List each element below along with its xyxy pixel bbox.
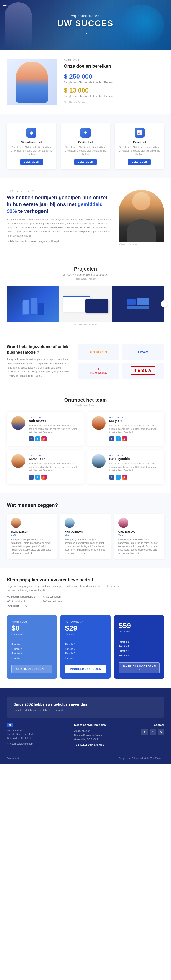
footer-social-title: sociaal bbox=[141, 723, 164, 727]
price-label-personal: persoonlijk bbox=[65, 620, 106, 623]
price-feature-pro-2: Functie 2 bbox=[119, 644, 160, 649]
instagram-icon-nat[interactable]: ◉ bbox=[122, 474, 127, 479]
footer-twitter-icon[interactable]: t bbox=[150, 729, 156, 735]
projects-img-label: Afbeeldingen van Freepik bbox=[7, 323, 164, 326]
svg-rect-7 bbox=[126, 306, 149, 310]
price-period-personal: Per maand bbox=[65, 633, 106, 635]
person-face bbox=[132, 192, 150, 210]
footer-copyright: Sample text. bbox=[7, 757, 19, 760]
team-card-bob: DIRECTEUR Bob Brown Sample text. Click t… bbox=[7, 412, 84, 446]
footer-contact: Neem contact met ons 20000 Mission, Samp… bbox=[74, 723, 134, 746]
price-btn-personal[interactable]: Probeer Jaarlijks bbox=[65, 665, 106, 673]
projects-carousel bbox=[7, 286, 164, 322]
team-role-bob: DIRECTEUR bbox=[29, 416, 79, 418]
test-title-olga: CEO bbox=[118, 534, 160, 536]
hero-section: ☰ wij construeren UW SUCCES → bbox=[0, 0, 171, 50]
goals-section: OVER ONS Onze doelen bereiken $ 250 000 … bbox=[0, 50, 171, 114]
team-desc-sarah: Sample text. Click to select this text b… bbox=[29, 462, 79, 472]
hero-arrow[interactable]: → bbox=[57, 30, 113, 36]
price-amount-personal: $29 bbox=[65, 624, 106, 632]
goal-amount-1: $ 250 000 bbox=[64, 73, 164, 80]
price-amount-free: $0 bbox=[11, 624, 52, 632]
test-text-stella: Paragraph, sample text for your paragrap… bbox=[11, 538, 53, 555]
test-name-stella: Stella Larson bbox=[11, 530, 53, 533]
feature-icon-2: ✦ bbox=[80, 127, 91, 138]
pricing-feat-4: Gratis subdomain bbox=[42, 595, 63, 599]
testimonial-card-2: Nick Johnson CEO Paragraph, sample text … bbox=[61, 514, 110, 559]
social-icons-mary: f t ◉ bbox=[109, 436, 160, 441]
price-period-free: Per maand bbox=[11, 633, 52, 635]
goal-desc-1: Sample text. Click to select the Text El… bbox=[64, 81, 164, 84]
goals-content: OVER ONS Onze doelen bereiken $ 250 000 … bbox=[64, 59, 164, 105]
feature-btn-1[interactable]: LEES MEER bbox=[20, 159, 43, 165]
feature-title-1: Visualiseer het bbox=[11, 140, 53, 144]
footer-logo: ✉ bbox=[7, 723, 67, 727]
testimonial-label: KIJK EVEN BOVEN bbox=[7, 190, 112, 192]
price-feature-pro-1: Functie 1 bbox=[119, 640, 160, 644]
price-features-pro: Functie 1 Functie 2 Functie 3 Functie 4 bbox=[119, 640, 160, 658]
price-btn-pro[interactable]: Jaarlijks doorgaan → bbox=[119, 662, 160, 673]
test-avatar-nick bbox=[64, 518, 75, 528]
footer-address: 20000 Mission, Sample Boulevard Upstate,… bbox=[74, 729, 134, 741]
testimonials-section: Wat mensen zeggen? Stella Larson CEO Par… bbox=[0, 493, 171, 568]
test-title-nick: CEO bbox=[64, 534, 106, 536]
goals-image bbox=[7, 59, 57, 105]
feature-desc-1: Sample text. Click to select the text bo… bbox=[11, 146, 53, 156]
testimonial-card-1: Stella Larson CEO Paragraph, sample text… bbox=[7, 514, 57, 559]
twitter-icon-mary[interactable]: t bbox=[116, 436, 121, 441]
partners-content: Groot betalingsvolume of uniek businessm… bbox=[7, 344, 71, 379]
team-name-mary: Mary Smith bbox=[109, 419, 160, 423]
facebook-icon-mary[interactable]: f bbox=[109, 436, 114, 441]
facebook-icon-nat[interactable]: f bbox=[109, 474, 114, 479]
footer-facebook-icon[interactable]: f bbox=[141, 729, 148, 735]
team-name-sarah: Sarah Rich bbox=[29, 457, 79, 461]
goals-title: Onze doelen bereiken bbox=[64, 64, 164, 69]
footer-social: sociaal f t ◉ bbox=[141, 723, 164, 746]
price-feature-free-2: Functie 2 bbox=[11, 647, 52, 651]
carousel-next-arrow[interactable]: › bbox=[161, 301, 168, 307]
twitter-icon-bob[interactable]: t bbox=[35, 436, 40, 441]
price-card-personal: persoonlijk $29 Per maand Functie 1 Func… bbox=[61, 615, 110, 679]
project-cards bbox=[59, 286, 112, 322]
test-name-nick: Nick Johnson bbox=[64, 530, 106, 533]
team-section: Ontmoet het team Afbeelding van Freepik … bbox=[0, 388, 171, 493]
footer-phone: Tel: (111) 360 336 663 bbox=[74, 743, 134, 746]
test-name-olga: Olga Ivanova bbox=[118, 530, 160, 533]
facebook-icon-sarah[interactable]: f bbox=[29, 474, 34, 479]
instagram-icon-bob[interactable]: ◉ bbox=[42, 436, 46, 441]
team-card-sarah: DIRECTEUR Sarah Rich Sample text. Click … bbox=[7, 450, 84, 484]
partners-section: Groot betalingsvolume of uniek businessm… bbox=[0, 335, 171, 388]
feature-btn-2[interactable]: LEES MEER bbox=[74, 159, 97, 165]
hamburger-menu[interactable]: ☰ bbox=[3, 3, 7, 8]
instagram-icon-mary[interactable]: ◉ bbox=[122, 436, 127, 441]
hero-subtitle: wij construeren bbox=[57, 14, 113, 18]
twitter-icon-sarah[interactable]: t bbox=[35, 474, 40, 479]
price-feature-free-3: Functie 3 bbox=[11, 651, 52, 656]
amazon-logo-text: amazon bbox=[90, 349, 107, 355]
partner-logo-tesla: TESLA bbox=[122, 363, 164, 379]
test-title-stella: CEO bbox=[11, 534, 53, 536]
goal-item-1: $ 250 000 Sample text. Click to select t… bbox=[64, 73, 164, 84]
price-btn-free[interactable]: Gratis uploaden → bbox=[11, 665, 52, 673]
team-card-mary: DIRECTEUR Mary Smith Sample text. Click … bbox=[87, 412, 164, 446]
price-feature-pro-3: Functie 3 bbox=[119, 649, 160, 653]
test-text-olga: Paragraph, sample text for your paragrap… bbox=[118, 538, 160, 555]
test-avatar-stella bbox=[11, 518, 21, 528]
footer-instagram-icon[interactable]: ◉ bbox=[158, 729, 164, 735]
footer-social-icons: f t ◉ bbox=[141, 729, 164, 735]
projects-carousel-wrap: › bbox=[7, 286, 164, 322]
feature-desc-2: Sample text. Click to select the text bo… bbox=[64, 146, 107, 156]
twitter-icon-nat[interactable]: t bbox=[116, 474, 121, 479]
testimonial-img-label: Afbeelding van Freepik bbox=[118, 243, 164, 245]
team-desc-mary: Sample text. Click to select this text b… bbox=[109, 424, 160, 434]
pricing-features-list: Onbeperkt aantal pagina's Gratis subdoma… bbox=[7, 595, 164, 608]
footer-email: ✉ voorbeeld@info.com bbox=[7, 742, 67, 745]
feature-btn-3[interactable]: LEES MEER bbox=[128, 159, 151, 165]
footer-tagline: 20000 Mission,Sample Boulevard Update.Gr… bbox=[7, 729, 67, 740]
facebook-icon-bob[interactable]: f bbox=[29, 436, 34, 441]
footer-bottom: Sample text. Sample text. Click to selec… bbox=[7, 753, 164, 760]
pricing-feature-col-2: Gratis subdomain 24/7 ondersteuning bbox=[42, 595, 63, 608]
goal-amount-2: $ 13 000 bbox=[64, 87, 164, 94]
pricing-intro-section: Klein prijsplan voor uw creatieve bedrij… bbox=[0, 568, 171, 613]
instagram-icon-sarah[interactable]: ◉ bbox=[42, 474, 46, 479]
